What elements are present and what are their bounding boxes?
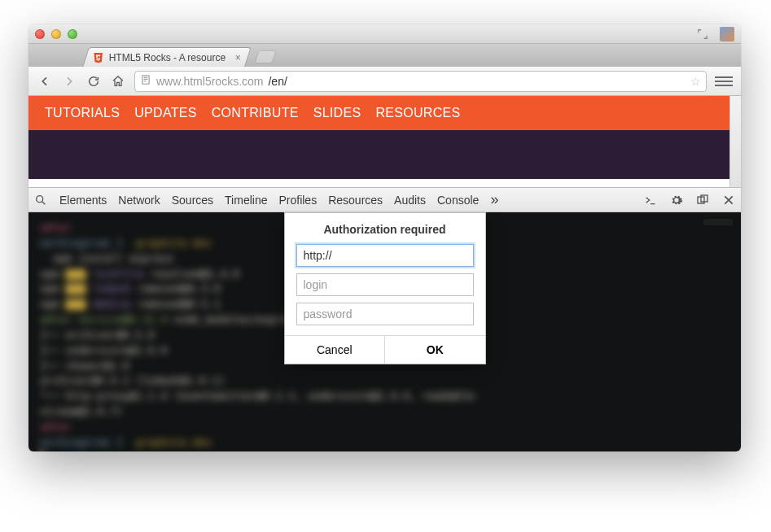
devtools-content: adler workingtree ├ graphite-dev npm ins… <box>28 212 741 451</box>
ok-button[interactable]: OK <box>384 336 485 364</box>
devtools-tab-console[interactable]: Console <box>437 194 479 207</box>
search-icon[interactable] <box>33 193 48 207</box>
devtools-tab-network[interactable]: Network <box>118 194 160 207</box>
bookmark-star-icon[interactable]: ☆ <box>690 75 701 88</box>
auth-url-input[interactable] <box>296 244 474 267</box>
back-button[interactable] <box>37 73 53 89</box>
nav-contribute[interactable]: CONTRIBUTE <box>212 106 299 120</box>
devtools-tab-elements[interactable]: Elements <box>59 194 107 207</box>
authorization-dialog: Authorization required Cancel OK <box>284 212 486 364</box>
reload-button[interactable] <box>85 73 102 89</box>
nav-updates[interactable]: UPDATES <box>134 106 196 120</box>
html5-favicon <box>93 52 104 63</box>
auth-password-input[interactable] <box>296 303 474 325</box>
nav-slides[interactable]: SLIDES <box>313 106 361 120</box>
site-navigation: TUTORIALS UPDATES CONTRIBUTE SLIDES RESO… <box>28 96 741 130</box>
traffic-lights <box>35 29 77 39</box>
svg-point-1 <box>37 195 43 202</box>
dialog-title: Authorization required <box>285 213 485 244</box>
url-path: /en/ <box>268 75 287 88</box>
hero-banner <box>28 130 741 179</box>
devtools-close-icon[interactable] <box>721 193 736 207</box>
auth-login-input[interactable] <box>296 273 474 296</box>
nav-tutorials[interactable]: TUTORIALS <box>45 106 120 120</box>
devtools-tabstrip: Elements Network Sources Timeline Profil… <box>28 188 741 212</box>
cancel-button[interactable]: Cancel <box>285 336 385 364</box>
address-bar[interactable]: www.html5rocks.com/en/ ☆ <box>134 71 707 92</box>
tab-title: HTML5 Rocks - A resource <box>109 52 226 63</box>
close-window-button[interactable] <box>35 29 45 39</box>
drawer-toggle-icon[interactable] <box>643 193 658 207</box>
devtools-tab-resources[interactable]: Resources <box>328 194 383 207</box>
tab-strip: HTML5 Rocks - A resource × <box>28 44 741 67</box>
browser-tab[interactable]: HTML5 Rocks - A resource × <box>82 47 252 67</box>
devtools-tab-audits[interactable]: Audits <box>394 194 426 207</box>
minimap-indicator <box>703 219 733 225</box>
dock-icon[interactable] <box>695 193 710 207</box>
page-scrollbar[interactable] <box>729 96 741 187</box>
zoom-window-button[interactable] <box>68 29 77 39</box>
devtools-panel: Elements Network Sources Timeline Profil… <box>28 187 741 451</box>
forward-button[interactable] <box>61 73 77 89</box>
nav-resources[interactable]: RESOURCES <box>375 106 460 120</box>
window-titlebar <box>28 24 741 44</box>
fullscreen-icon[interactable] <box>697 28 708 40</box>
browser-window: HTML5 Rocks - A resource × www.html5rock… <box>28 24 741 451</box>
devtools-tab-sources[interactable]: Sources <box>172 194 213 207</box>
profile-avatar[interactable] <box>720 27 734 41</box>
url-host: www.html5rocks.com <box>156 75 263 88</box>
page-viewport: TUTORIALS UPDATES CONTRIBUTE SLIDES RESO… <box>28 96 741 187</box>
browser-toolbar: www.html5rocks.com/en/ ☆ <box>28 67 741 96</box>
chrome-menu-button[interactable] <box>715 73 733 89</box>
devtools-tab-profiles[interactable]: Profiles <box>278 194 317 207</box>
devtools-tab-timeline[interactable]: Timeline <box>225 194 267 207</box>
gear-icon[interactable] <box>669 193 684 207</box>
home-button[interactable] <box>110 73 126 89</box>
devtools-tab-overflow[interactable]: » <box>490 191 498 208</box>
page-icon <box>140 74 151 88</box>
new-tab-button[interactable] <box>254 50 276 63</box>
minimize-window-button[interactable] <box>51 29 61 39</box>
tab-close-icon[interactable]: × <box>235 52 241 63</box>
